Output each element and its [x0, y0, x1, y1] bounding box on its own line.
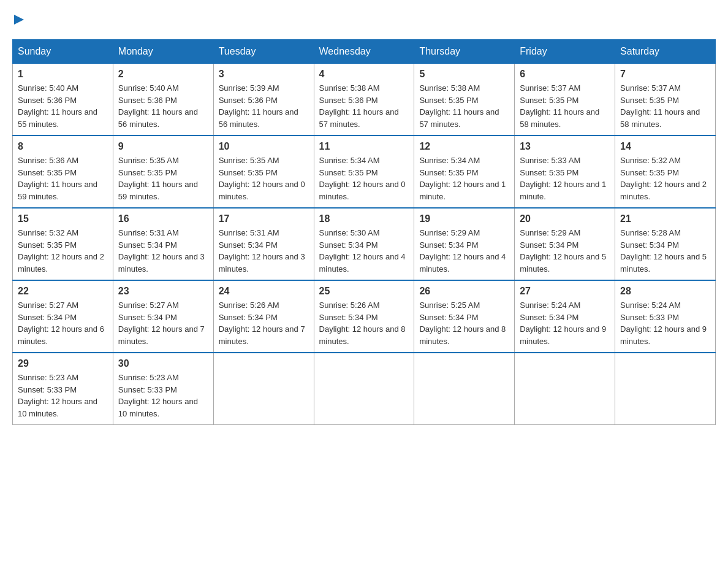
- sunrise-label: Sunrise: 5:27 AM: [18, 301, 78, 310]
- sunset-label: Sunset: 5:36 PM: [118, 96, 177, 105]
- day-number: 13: [520, 141, 610, 152]
- sunrise-label: Sunrise: 5:25 AM: [419, 301, 480, 310]
- day-info: Sunrise: 5:32 AM Sunset: 5:35 PM Dayligh…: [620, 155, 710, 202]
- calendar-cell: [314, 353, 414, 425]
- sunrise-label: Sunrise: 5:24 AM: [620, 301, 681, 310]
- day-info: Sunrise: 5:39 AM Sunset: 5:36 PM Dayligh…: [219, 82, 309, 130]
- day-number: 22: [18, 286, 108, 297]
- sunrise-label: Sunrise: 5:30 AM: [319, 228, 380, 237]
- day-info: Sunrise: 5:37 AM Sunset: 5:35 PM Dayligh…: [520, 82, 610, 130]
- day-number: 29: [18, 358, 108, 369]
- calendar-cell: 20 Sunrise: 5:29 AM Sunset: 5:34 PM Dayl…: [515, 208, 615, 280]
- day-number: 1: [18, 69, 108, 80]
- day-info: Sunrise: 5:37 AM Sunset: 5:35 PM Dayligh…: [620, 82, 710, 130]
- day-info: Sunrise: 5:24 AM Sunset: 5:33 PM Dayligh…: [620, 299, 710, 347]
- daylight-label: Daylight: 12 hours and 1 minute.: [520, 180, 606, 201]
- daylight-label: Daylight: 12 hours and 3 minutes.: [219, 252, 305, 274]
- logo: [12, 12, 26, 27]
- day-info: Sunrise: 5:29 AM Sunset: 5:34 PM Dayligh…: [419, 227, 509, 275]
- day-number: 12: [419, 141, 509, 152]
- sunset-label: Sunset: 5:35 PM: [620, 96, 679, 105]
- page-header: [12, 12, 716, 27]
- day-number: 30: [118, 358, 208, 369]
- calendar-cell: 12 Sunrise: 5:34 AM Sunset: 5:35 PM Dayl…: [414, 136, 515, 208]
- day-info: Sunrise: 5:26 AM Sunset: 5:34 PM Dayligh…: [219, 299, 309, 347]
- daylight-label: Daylight: 12 hours and 0 minutes.: [319, 180, 406, 201]
- day-info: Sunrise: 5:34 AM Sunset: 5:35 PM Dayligh…: [319, 155, 409, 202]
- day-info: Sunrise: 5:32 AM Sunset: 5:35 PM Dayligh…: [18, 227, 108, 275]
- sunset-label: Sunset: 5:34 PM: [419, 313, 478, 322]
- day-info: Sunrise: 5:26 AM Sunset: 5:34 PM Dayligh…: [319, 299, 409, 347]
- sunset-label: Sunset: 5:35 PM: [319, 168, 378, 177]
- daylight-label: Daylight: 12 hours and 1 minute.: [419, 180, 506, 201]
- calendar-cell: 22 Sunrise: 5:27 AM Sunset: 5:34 PM Dayl…: [13, 280, 113, 353]
- day-number: 26: [419, 286, 509, 297]
- calendar-cell: 24 Sunrise: 5:26 AM Sunset: 5:34 PM Dayl…: [213, 280, 314, 353]
- sunrise-label: Sunrise: 5:32 AM: [620, 156, 681, 165]
- sunrise-label: Sunrise: 5:29 AM: [419, 228, 480, 237]
- sunrise-label: Sunrise: 5:23 AM: [18, 373, 78, 382]
- day-number: 7: [620, 69, 710, 80]
- calendar-cell: 26 Sunrise: 5:25 AM Sunset: 5:34 PM Dayl…: [414, 280, 515, 353]
- sunset-label: Sunset: 5:33 PM: [118, 385, 177, 394]
- day-info: Sunrise: 5:28 AM Sunset: 5:34 PM Dayligh…: [620, 227, 710, 275]
- sunset-label: Sunset: 5:35 PM: [18, 168, 77, 177]
- calendar-cell: 13 Sunrise: 5:33 AM Sunset: 5:35 PM Dayl…: [515, 136, 615, 208]
- day-info: Sunrise: 5:29 AM Sunset: 5:34 PM Dayligh…: [520, 227, 610, 275]
- day-number: 2: [118, 69, 208, 80]
- day-info: Sunrise: 5:27 AM Sunset: 5:34 PM Dayligh…: [118, 299, 208, 347]
- sunset-label: Sunset: 5:34 PM: [520, 240, 578, 250]
- calendar-cell: 30 Sunrise: 5:23 AM Sunset: 5:33 PM Dayl…: [113, 353, 213, 425]
- sunset-label: Sunset: 5:35 PM: [520, 168, 578, 177]
- calendar-cell: 29 Sunrise: 5:23 AM Sunset: 5:33 PM Dayl…: [13, 353, 113, 425]
- calendar-cell: 5 Sunrise: 5:38 AM Sunset: 5:35 PM Dayli…: [414, 64, 515, 136]
- sunset-label: Sunset: 5:36 PM: [18, 96, 77, 105]
- sunrise-label: Sunrise: 5:34 AM: [419, 156, 480, 165]
- day-number: 8: [18, 141, 108, 152]
- logo-triangle-icon: [14, 13, 26, 26]
- daylight-label: Daylight: 12 hours and 10 minutes.: [118, 397, 198, 418]
- sunrise-label: Sunrise: 5:29 AM: [520, 228, 580, 237]
- daylight-label: Daylight: 12 hours and 0 minutes.: [219, 180, 305, 201]
- sunrise-label: Sunrise: 5:36 AM: [18, 156, 78, 165]
- calendar-cell: 18 Sunrise: 5:30 AM Sunset: 5:34 PM Dayl…: [314, 208, 414, 280]
- sunrise-label: Sunrise: 5:39 AM: [219, 83, 279, 93]
- sunrise-label: Sunrise: 5:26 AM: [219, 301, 279, 310]
- day-number: 27: [520, 286, 610, 297]
- daylight-label: Daylight: 12 hours and 7 minutes.: [118, 324, 205, 346]
- weekday-header-row: SundayMondayTuesdayWednesdayThursdayFrid…: [13, 40, 716, 64]
- sunrise-label: Sunrise: 5:31 AM: [219, 228, 279, 237]
- sunrise-label: Sunrise: 5:34 AM: [319, 156, 380, 165]
- daylight-label: Daylight: 12 hours and 5 minutes.: [620, 252, 707, 274]
- sunrise-label: Sunrise: 5:38 AM: [419, 83, 480, 93]
- sunset-label: Sunset: 5:34 PM: [118, 313, 177, 322]
- day-info: Sunrise: 5:27 AM Sunset: 5:34 PM Dayligh…: [18, 299, 108, 347]
- day-info: Sunrise: 5:24 AM Sunset: 5:34 PM Dayligh…: [520, 299, 610, 347]
- day-info: Sunrise: 5:40 AM Sunset: 5:36 PM Dayligh…: [118, 82, 208, 130]
- day-number: 25: [319, 286, 409, 297]
- weekday-header-sunday: Sunday: [13, 40, 113, 64]
- daylight-label: Daylight: 12 hours and 8 minutes.: [319, 324, 406, 346]
- calendar-cell: 9 Sunrise: 5:35 AM Sunset: 5:35 PM Dayli…: [113, 136, 213, 208]
- svg-marker-0: [14, 15, 24, 25]
- calendar-table: SundayMondayTuesdayWednesdayThursdayFrid…: [12, 39, 716, 425]
- weekday-header-saturday: Saturday: [615, 40, 716, 64]
- calendar-cell: 21 Sunrise: 5:28 AM Sunset: 5:34 PM Dayl…: [615, 208, 716, 280]
- day-info: Sunrise: 5:38 AM Sunset: 5:35 PM Dayligh…: [419, 82, 509, 130]
- day-info: Sunrise: 5:31 AM Sunset: 5:34 PM Dayligh…: [118, 227, 208, 275]
- daylight-label: Daylight: 12 hours and 3 minutes.: [118, 252, 205, 274]
- day-info: Sunrise: 5:23 AM Sunset: 5:33 PM Dayligh…: [118, 372, 208, 419]
- calendar-week-row: 22 Sunrise: 5:27 AM Sunset: 5:34 PM Dayl…: [13, 280, 716, 353]
- daylight-label: Daylight: 12 hours and 6 minutes.: [18, 324, 104, 346]
- daylight-label: Daylight: 11 hours and 59 minutes.: [18, 180, 97, 201]
- calendar-cell: 3 Sunrise: 5:39 AM Sunset: 5:36 PM Dayli…: [213, 64, 314, 136]
- calendar-cell: 1 Sunrise: 5:40 AM Sunset: 5:36 PM Dayli…: [13, 64, 113, 136]
- calendar-cell: 4 Sunrise: 5:38 AM Sunset: 5:36 PM Dayli…: [314, 64, 414, 136]
- daylight-label: Daylight: 12 hours and 2 minutes.: [18, 252, 104, 274]
- calendar-cell: 28 Sunrise: 5:24 AM Sunset: 5:33 PM Dayl…: [615, 280, 716, 353]
- day-info: Sunrise: 5:30 AM Sunset: 5:34 PM Dayligh…: [319, 227, 409, 275]
- daylight-label: Daylight: 12 hours and 10 minutes.: [18, 397, 97, 418]
- daylight-label: Daylight: 11 hours and 56 minutes.: [219, 107, 298, 129]
- calendar-cell: 2 Sunrise: 5:40 AM Sunset: 5:36 PM Dayli…: [113, 64, 213, 136]
- day-number: 3: [219, 69, 309, 80]
